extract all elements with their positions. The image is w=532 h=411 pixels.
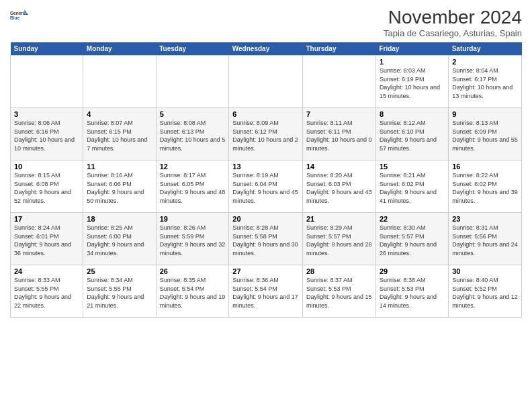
day-number: 7 [306, 110, 372, 118]
calendar-cell-w5-d1: 25Sunrise: 8:34 AM Sunset: 5:55 PM Dayli… [83, 265, 156, 318]
calendar-cell-w3-d4: 14Sunrise: 8:20 AM Sunset: 6:03 PM Dayli… [302, 161, 375, 213]
day-info: Sunrise: 8:38 AM Sunset: 5:53 PM Dayligh… [380, 276, 445, 310]
calendar-cell-w4-d3: 20Sunrise: 8:28 AM Sunset: 5:58 PM Dayli… [229, 213, 303, 265]
day-number: 18 [87, 215, 152, 223]
day-info: Sunrise: 8:03 AM Sunset: 6:19 PM Dayligh… [380, 66, 445, 100]
weekday-header-row: Sunday Monday Tuesday Wednesday Thursday… [11, 42, 522, 56]
week-row-3: 10Sunrise: 8:15 AM Sunset: 6:08 PM Dayli… [11, 161, 522, 213]
day-info: Sunrise: 8:04 AM Sunset: 6:17 PM Dayligh… [452, 66, 518, 100]
week-row-1: 1Sunrise: 8:03 AM Sunset: 6:19 PM Daylig… [11, 56, 522, 108]
day-info: Sunrise: 8:11 AM Sunset: 6:11 PM Dayligh… [306, 119, 372, 152]
day-info: Sunrise: 8:33 AM Sunset: 5:55 PM Dayligh… [14, 276, 79, 310]
header-wednesday: Wednesday [229, 42, 303, 56]
calendar-cell-w3-d0: 10Sunrise: 8:15 AM Sunset: 6:08 PM Dayli… [11, 161, 83, 213]
day-info: Sunrise: 8:26 AM Sunset: 5:59 PM Dayligh… [160, 224, 226, 257]
day-number: 1 [380, 58, 445, 66]
day-info: Sunrise: 8:19 AM Sunset: 6:04 PM Dayligh… [232, 171, 299, 205]
calendar-cell-w1-d1 [83, 56, 156, 108]
header-friday: Friday [375, 42, 448, 56]
calendar-cell-w4-d0: 17Sunrise: 8:24 AM Sunset: 6:01 PM Dayli… [11, 213, 83, 265]
calendar-cell-w1-d3 [229, 56, 303, 108]
day-number: 23 [452, 215, 518, 223]
calendar-cell-w3-d1: 11Sunrise: 8:16 AM Sunset: 6:06 PM Dayli… [83, 161, 156, 213]
day-info: Sunrise: 8:29 AM Sunset: 5:57 PM Dayligh… [306, 224, 372, 257]
calendar-cell-w5-d5: 29Sunrise: 8:38 AM Sunset: 5:53 PM Dayli… [375, 265, 448, 318]
calendar-cell-w2-d1: 4Sunrise: 8:07 AM Sunset: 6:15 PM Daylig… [83, 108, 156, 161]
svg-text:Blue: Blue [10, 15, 19, 20]
day-number: 29 [380, 267, 445, 275]
calendar-cell-w4-d1: 18Sunrise: 8:25 AM Sunset: 6:00 PM Dayli… [83, 213, 156, 265]
calendar-cell-w5-d0: 24Sunrise: 8:33 AM Sunset: 5:55 PM Dayli… [11, 265, 83, 318]
week-row-5: 24Sunrise: 8:33 AM Sunset: 5:55 PM Dayli… [11, 265, 522, 318]
day-number: 6 [232, 110, 299, 118]
location-subtitle: Tapia de Casariego, Asturias, Spain [384, 28, 522, 38]
logo: GeneralBlue [10, 7, 29, 26]
day-info: Sunrise: 8:30 AM Sunset: 5:57 PM Dayligh… [380, 224, 445, 257]
day-info: Sunrise: 8:07 AM Sunset: 6:15 PM Dayligh… [87, 119, 152, 152]
day-info: Sunrise: 8:16 AM Sunset: 6:06 PM Dayligh… [87, 171, 152, 205]
day-number: 15 [380, 163, 445, 171]
calendar-cell-w1-d5: 1Sunrise: 8:03 AM Sunset: 6:19 PM Daylig… [375, 56, 448, 108]
day-number: 9 [452, 110, 518, 118]
day-info: Sunrise: 8:35 AM Sunset: 5:54 PM Dayligh… [160, 276, 226, 310]
day-number: 13 [232, 163, 299, 171]
logo-icon: GeneralBlue [10, 7, 29, 26]
day-info: Sunrise: 8:40 AM Sunset: 5:52 PM Dayligh… [452, 276, 518, 310]
calendar-cell-w2-d5: 8Sunrise: 8:12 AM Sunset: 6:10 PM Daylig… [375, 108, 448, 161]
day-number: 25 [87, 267, 152, 275]
calendar-cell-w4-d2: 19Sunrise: 8:26 AM Sunset: 5:59 PM Dayli… [156, 213, 229, 265]
calendar-cell-w1-d6: 2Sunrise: 8:04 AM Sunset: 6:17 PM Daylig… [449, 56, 522, 108]
day-info: Sunrise: 8:34 AM Sunset: 5:55 PM Dayligh… [87, 276, 152, 310]
day-number: 26 [160, 267, 226, 275]
calendar-cell-w2-d6: 9Sunrise: 8:13 AM Sunset: 6:09 PM Daylig… [449, 108, 522, 161]
day-number: 3 [14, 110, 79, 118]
day-info: Sunrise: 8:08 AM Sunset: 6:13 PM Dayligh… [160, 119, 226, 152]
header-thursday: Thursday [302, 42, 375, 56]
week-row-2: 3Sunrise: 8:06 AM Sunset: 6:16 PM Daylig… [11, 108, 522, 161]
day-info: Sunrise: 8:25 AM Sunset: 6:00 PM Dayligh… [87, 224, 152, 257]
day-number: 30 [452, 267, 518, 275]
calendar-cell-w3-d6: 16Sunrise: 8:22 AM Sunset: 6:02 PM Dayli… [449, 161, 522, 213]
month-title: November 2024 [384, 7, 522, 28]
day-info: Sunrise: 8:22 AM Sunset: 6:02 PM Dayligh… [452, 171, 518, 205]
header-tuesday: Tuesday [156, 42, 229, 56]
calendar-cell-w5-d2: 26Sunrise: 8:35 AM Sunset: 5:54 PM Dayli… [156, 265, 229, 318]
header-saturday: Saturday [449, 42, 522, 56]
calendar-cell-w1-d4 [302, 56, 375, 108]
day-number: 8 [380, 110, 445, 118]
day-info: Sunrise: 8:17 AM Sunset: 6:05 PM Dayligh… [160, 171, 226, 205]
day-number: 10 [14, 163, 79, 171]
day-info: Sunrise: 8:15 AM Sunset: 6:08 PM Dayligh… [14, 171, 79, 205]
week-row-4: 17Sunrise: 8:24 AM Sunset: 6:01 PM Dayli… [11, 213, 522, 265]
calendar-body: 1Sunrise: 8:03 AM Sunset: 6:19 PM Daylig… [11, 56, 522, 318]
calendar-cell-w5-d4: 28Sunrise: 8:37 AM Sunset: 5:53 PM Dayli… [302, 265, 375, 318]
day-number: 22 [380, 215, 445, 223]
day-number: 12 [160, 163, 226, 171]
page-container: GeneralBlue November 2024 Tapia de Casar… [0, 0, 532, 321]
day-number: 5 [160, 110, 226, 118]
calendar-cell-w4-d5: 22Sunrise: 8:30 AM Sunset: 5:57 PM Dayli… [375, 213, 448, 265]
day-number: 14 [306, 163, 372, 171]
calendar-cell-w3-d2: 12Sunrise: 8:17 AM Sunset: 6:05 PM Dayli… [156, 161, 229, 213]
day-number: 28 [306, 267, 372, 275]
day-info: Sunrise: 8:13 AM Sunset: 6:09 PM Dayligh… [452, 119, 518, 152]
calendar-cell-w3-d5: 15Sunrise: 8:21 AM Sunset: 6:02 PM Dayli… [375, 161, 448, 213]
header-monday: Monday [83, 42, 156, 56]
calendar-cell-w4-d6: 23Sunrise: 8:31 AM Sunset: 5:56 PM Dayli… [449, 213, 522, 265]
day-number: 19 [160, 215, 226, 223]
day-number: 17 [14, 215, 79, 223]
calendar-cell-w4-d4: 21Sunrise: 8:29 AM Sunset: 5:57 PM Dayli… [302, 213, 375, 265]
calendar-cell-w2-d3: 6Sunrise: 8:09 AM Sunset: 6:12 PM Daylig… [229, 108, 303, 161]
day-number: 16 [452, 163, 518, 171]
calendar-cell-w2-d2: 5Sunrise: 8:08 AM Sunset: 6:13 PM Daylig… [156, 108, 229, 161]
day-info: Sunrise: 8:31 AM Sunset: 5:56 PM Dayligh… [452, 224, 518, 257]
day-number: 21 [306, 215, 372, 223]
day-info: Sunrise: 8:21 AM Sunset: 6:02 PM Dayligh… [380, 171, 445, 205]
calendar-cell-w1-d0 [11, 56, 83, 108]
day-info: Sunrise: 8:37 AM Sunset: 5:53 PM Dayligh… [306, 276, 372, 310]
header-sunday: Sunday [11, 42, 83, 56]
day-info: Sunrise: 8:36 AM Sunset: 5:54 PM Dayligh… [232, 276, 299, 310]
day-info: Sunrise: 8:28 AM Sunset: 5:58 PM Dayligh… [232, 224, 299, 257]
calendar-cell-w1-d2 [156, 56, 229, 108]
calendar-table: Sunday Monday Tuesday Wednesday Thursday… [10, 42, 522, 318]
